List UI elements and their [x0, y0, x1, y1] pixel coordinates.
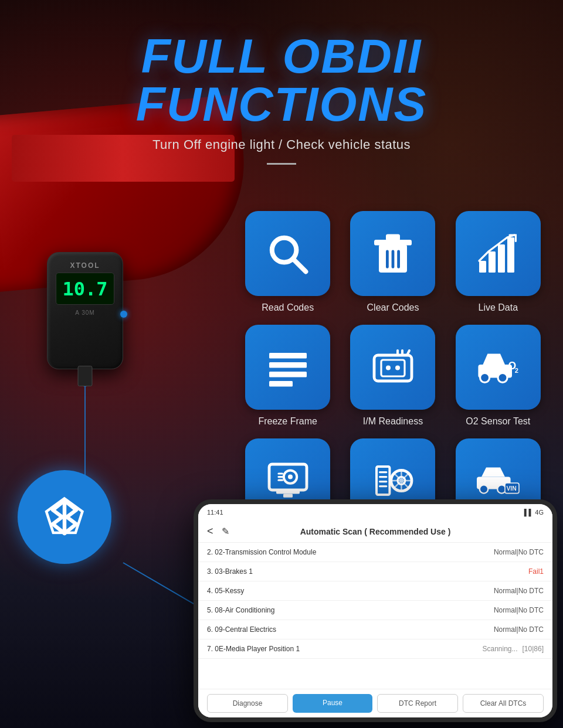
- car-o2-icon: O 2: [474, 343, 521, 390]
- row-name: 6. 09-Central Electrics: [207, 625, 494, 634]
- im-readiness-label: I/M Readiness: [363, 416, 423, 428]
- row-name: 7. 0E-Media Player Position 1: [207, 645, 482, 653]
- func-read-codes[interactable]: Read Codes: [240, 211, 335, 314]
- table-row: 2. 02-Transmission Control Module Normal…: [198, 543, 552, 562]
- phone-scan-list: 2. 02-Transmission Control Module Normal…: [198, 543, 552, 689]
- func-im-readiness[interactable]: I/M Readiness: [345, 325, 440, 428]
- svg-rect-19: [269, 381, 293, 387]
- im-readiness-icon-box: [350, 325, 435, 410]
- row-status: Normal|No DTC: [494, 625, 544, 634]
- func-freeze-frame[interactable]: Freeze Frame: [240, 325, 335, 428]
- freeze-frame-label: Freeze Frame: [258, 416, 317, 428]
- svg-rect-21: [381, 360, 405, 376]
- svg-rect-14: [498, 244, 505, 273]
- device-screen: 10.7: [56, 273, 114, 305]
- func-live-data[interactable]: Live Data: [451, 211, 545, 314]
- o2-sensor-icon-box: O 2: [456, 325, 541, 410]
- live-data-label: Live Data: [479, 302, 518, 314]
- row-status: Normal|No DTC: [494, 587, 544, 595]
- table-row: 6. 09-Central Electrics Normal|No DTC: [198, 620, 552, 639]
- divider: [267, 163, 296, 165]
- read-codes-label: Read Codes: [262, 302, 314, 314]
- svg-point-36: [288, 475, 293, 479]
- search-icon: [264, 230, 311, 277]
- subtitle: Turn Off engine light / Check vehicle st…: [0, 137, 563, 152]
- device-model: A 30M: [75, 309, 94, 316]
- o2-sensor-label: O2 Sensor Test: [466, 416, 530, 428]
- svg-point-22: [386, 366, 391, 370]
- phone-status-bar: 11:41 ▌▌ 4G: [198, 504, 552, 521]
- row-name: 4. 05-Kessy: [207, 587, 494, 595]
- device-body: XTOOL 10.7 A 30M: [47, 252, 123, 369]
- svg-rect-16: [269, 353, 307, 359]
- svg-point-23: [395, 366, 400, 370]
- func-clear-codes[interactable]: Clear Codes: [345, 211, 440, 314]
- device-connector: [78, 366, 93, 386]
- table-row: 5. 08-Air Conditioning Normal|No DTC: [198, 601, 552, 620]
- nav-title: Automatic Scan ( Recommended Use ): [300, 527, 451, 536]
- phone-bottom-bar: Diagnose Pause DTC Report Clear All DTCs: [198, 689, 552, 717]
- row-count: [10|86]: [523, 645, 544, 653]
- svg-rect-13: [489, 251, 496, 273]
- phone-screen: 11:41 ▌▌ 4G < ✎ Automatic Scan ( Recomme…: [198, 504, 552, 717]
- svg-point-48: [480, 485, 488, 493]
- row-name: 5. 08-Air Conditioning: [207, 606, 494, 614]
- dtc-report-button[interactable]: DTC Report: [377, 694, 458, 713]
- bars-icon: [264, 343, 311, 390]
- phone-signal: ▌▌ 4G: [524, 509, 544, 516]
- camera-obd-icon: [369, 343, 416, 390]
- svg-rect-17: [269, 362, 307, 368]
- svg-point-29: [498, 373, 507, 383]
- row-status: Fail1: [528, 567, 544, 576]
- component-icon: [369, 457, 416, 504]
- svg-text:2: 2: [515, 367, 518, 374]
- table-row: 3. 03-Brakes 1 Fail1: [198, 562, 552, 581]
- func-o2-sensor[interactable]: O 2 O2 Sensor Test: [451, 325, 545, 428]
- freeze-frame-icon-box: [245, 325, 330, 410]
- main-title: FULL OBDII FUNCTIONS: [0, 32, 563, 128]
- trash-icon: [369, 230, 416, 277]
- device-dot: [120, 311, 127, 318]
- row-status: Scanning...: [482, 645, 517, 653]
- vehicle-vin-icon: VIN: [474, 457, 521, 504]
- table-row: 7. 0E-Media Player Position 1 Scanning..…: [198, 639, 552, 659]
- monitor-icon: [264, 457, 311, 504]
- bluetooth-circle: ⬠: [18, 470, 111, 564]
- svg-text:VIN: VIN: [507, 485, 517, 492]
- header: FULL OBDII FUNCTIONS Turn Off engine lig…: [0, 0, 563, 176]
- svg-rect-18: [269, 372, 307, 377]
- svg-rect-34: [283, 494, 293, 497]
- svg-rect-8: [386, 234, 400, 240]
- edit-button[interactable]: ✎: [222, 526, 229, 537]
- read-codes-icon-box: [245, 211, 330, 296]
- phone-time: 11:41: [207, 509, 223, 516]
- phone-container: 11:41 ▌▌ 4G < ✎ Automatic Scan ( Recomme…: [194, 499, 557, 722]
- device-brand: XTOOL: [70, 261, 100, 270]
- svg-line-5: [293, 258, 306, 271]
- bluetooth-symbol: [41, 494, 88, 540]
- row-status: Normal|No DTC: [494, 606, 544, 614]
- svg-rect-33: [276, 490, 300, 494]
- clear-codes-icon-box: [350, 211, 435, 296]
- back-button[interactable]: <: [207, 525, 213, 538]
- svg-point-28: [480, 373, 490, 383]
- pause-button[interactable]: Pause: [293, 694, 372, 713]
- main-content: FULL OBDII FUNCTIONS Turn Off engine lig…: [0, 0, 563, 728]
- svg-rect-32: [269, 464, 307, 490]
- row-name: 3. 03-Brakes 1: [207, 567, 528, 576]
- live-data-icon-box: [456, 211, 541, 296]
- row-status: Normal|No DTC: [494, 548, 544, 556]
- table-row: 4. 05-Kessy Normal|No DTC: [198, 581, 552, 601]
- device-value: 10.7: [62, 278, 107, 300]
- row-name: 2. 02-Transmission Control Module: [207, 548, 494, 556]
- clear-all-dtcs-button[interactable]: Clear All DTCs: [463, 694, 544, 713]
- diagnose-button[interactable]: Diagnose: [207, 694, 288, 713]
- device-container: XTOOL 10.7 A 30M: [47, 252, 123, 369]
- svg-rect-12: [479, 261, 486, 273]
- svg-rect-15: [507, 237, 514, 273]
- chart-icon: [474, 230, 521, 277]
- phone-nav-bar: < ✎ Automatic Scan ( Recommended Use ): [198, 521, 552, 543]
- clear-codes-label: Clear Codes: [367, 302, 419, 314]
